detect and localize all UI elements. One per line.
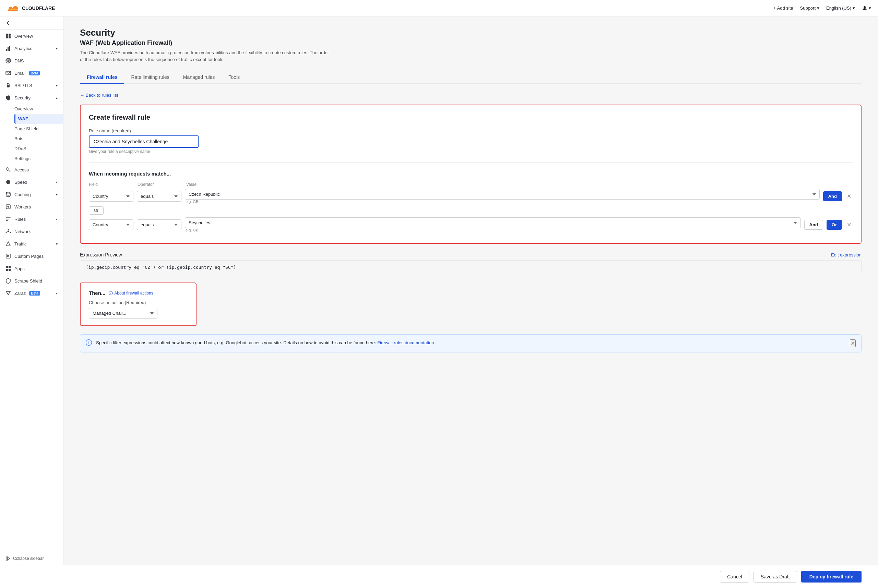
sidebar-back-button[interactable] — [0, 16, 63, 30]
sidebar-item-bots[interactable]: Bots — [14, 134, 63, 144]
language-button[interactable]: English (US) ▾ — [826, 6, 855, 10]
info-banner: i Specific filter expressions could affe… — [80, 334, 861, 352]
sidebar-item-settings[interactable]: Settings — [14, 154, 63, 164]
value-hint-2: e.g. GB — [186, 228, 801, 232]
info-banner-close-button[interactable]: ✕ — [850, 339, 856, 347]
svg-text:i: i — [110, 292, 111, 294]
create-rule-title: Create firewall rule — [89, 114, 852, 122]
sidebar-item-ddos[interactable]: DDoS — [14, 144, 63, 154]
or-connector-button[interactable]: Or — [89, 206, 104, 214]
rule-name-input[interactable] — [89, 135, 198, 148]
user-button[interactable]: ▾ — [862, 6, 871, 11]
sidebar-item-rules[interactable]: Rules ▾ — [0, 213, 63, 225]
info-banner-text: Specific filter expressions could affect… — [96, 339, 437, 346]
sidebar-item-security[interactable]: Security ▴ — [0, 92, 63, 104]
sidebar-item-label: Apps — [14, 266, 25, 271]
action-select[interactable]: Managed Chall... — [89, 308, 158, 318]
back-to-rules-link[interactable]: ← Back to rules list — [80, 93, 118, 98]
sidebar-item-analytics[interactable]: Analytics ▾ — [0, 42, 63, 54]
rule-name-hint: Give your rule a descriptive name — [89, 149, 852, 154]
bar-chart-icon — [6, 46, 11, 51]
sidebar-item-traffic[interactable]: Traffic ▾ — [0, 238, 63, 250]
page-desc: The Cloudflare WAF provides both automat… — [80, 50, 334, 63]
sidebar-item-label: Security — [14, 95, 30, 100]
edit-expression-button[interactable]: Edit expression — [831, 252, 861, 258]
sidebar-item-label: Access — [14, 167, 29, 172]
sidebar-item-zaraz[interactable]: Zaraz Beta ▾ — [0, 287, 63, 299]
action-label: Choose an action (Required) — [89, 300, 188, 305]
sidebar-item-speed[interactable]: Speed ▾ — [0, 176, 63, 188]
svg-rect-23 — [6, 254, 10, 258]
collapse-icon — [6, 556, 10, 561]
svg-rect-8 — [6, 36, 8, 38]
info-icon: i — [109, 291, 113, 295]
sidebar-item-custom-pages[interactable]: Custom Pages — [0, 250, 63, 262]
or-button-2[interactable]: Or — [827, 220, 842, 230]
about-firewall-actions-link[interactable]: i About firewall actions — [109, 291, 153, 296]
sidebar-item-overview[interactable]: Overview — [0, 30, 63, 42]
sidebar-item-label: Custom Pages — [14, 254, 44, 259]
operator-select-2[interactable]: equals — [137, 219, 182, 230]
page-subtitle: WAF (Web Application Firewall) — [80, 39, 861, 46]
expression-preview-header: Expression Preview Edit expression — [80, 252, 861, 258]
sidebar-item-access[interactable]: Access — [0, 164, 63, 176]
svg-point-5 — [864, 6, 866, 8]
svg-rect-15 — [7, 85, 10, 87]
save-draft-button[interactable]: Save as Draft — [753, 571, 797, 582]
support-chevron-icon: ▾ — [817, 6, 819, 10]
sidebar-item-ssl[interactable]: SSL/TLS ▾ — [0, 79, 63, 92]
remove-row-1-button[interactable]: ✕ — [845, 192, 852, 201]
svg-point-4 — [8, 8, 18, 10]
remove-row-2-button[interactable]: ✕ — [845, 220, 852, 230]
value-hint-1: e.g. GB — [186, 200, 820, 204]
collapse-sidebar-button[interactable]: Collapse sidebar — [0, 552, 63, 565]
speed-chevron-icon: ▾ — [56, 180, 58, 184]
value-select-1[interactable]: Czech Republic — [185, 189, 820, 200]
zaraz-icon — [6, 290, 11, 296]
deploy-firewall-rule-button[interactable]: Deploy firewall rule — [801, 571, 861, 582]
sidebar-item-apps[interactable]: Apps — [0, 262, 63, 274]
topnav: CLOUDFLARE + Add site Support ▾ English … — [0, 0, 878, 16]
sidebar-item-email[interactable]: Email Beta — [0, 67, 63, 79]
support-button[interactable]: Support ▾ — [800, 6, 819, 10]
svg-point-19 — [8, 231, 9, 232]
sidebar-item-waf[interactable]: WAF — [14, 114, 63, 124]
sidebar-item-page-shield[interactable]: Page Shield — [14, 124, 63, 134]
cancel-button[interactable]: Cancel — [720, 571, 749, 582]
access-icon — [6, 167, 11, 172]
rules-chevron-icon: ▾ — [56, 218, 58, 221]
logo[interactable]: CLOUDFLARE — [7, 4, 55, 12]
firewall-docs-link[interactable]: Firewall rules documentation — [377, 340, 434, 345]
value-select-2[interactable]: Seychelles — [185, 218, 801, 228]
sidebar-item-label: Overview — [14, 34, 33, 39]
svg-rect-7 — [9, 34, 11, 36]
tab-rate-limiting[interactable]: Rate limiting rules — [124, 71, 176, 84]
divider — [89, 162, 852, 162]
traffic-chevron-icon: ▾ — [56, 242, 58, 246]
custom-icon — [6, 254, 11, 259]
tab-tools[interactable]: Tools — [222, 71, 246, 84]
field-header: Field — [89, 182, 134, 187]
user-chevron-icon: ▾ — [869, 6, 871, 10]
sidebar-item-dns[interactable]: DNS — [0, 54, 63, 67]
or-connector: Or — [89, 206, 852, 214]
sidebar-item-scrape-shield[interactable]: Scrape Shield — [0, 274, 63, 287]
svg-point-16 — [6, 168, 9, 170]
operator-select-1[interactable]: equals — [137, 191, 182, 202]
tab-firewall-rules[interactable]: Firewall rules — [80, 71, 124, 84]
and-button-2[interactable]: And — [804, 220, 823, 230]
expression-preview-label: Expression Preview — [80, 252, 122, 258]
sidebar-item-caching[interactable]: Caching ▾ — [0, 188, 63, 201]
sidebar-item-security-overview[interactable]: Overview — [14, 104, 63, 114]
add-site-button[interactable]: + Add site — [773, 6, 793, 10]
and-button-1[interactable]: And — [823, 191, 842, 201]
field-select-1[interactable]: Country — [89, 191, 134, 202]
tabs: Firewall rules Rate limiting rules Manag… — [80, 71, 861, 84]
sidebar-item-network[interactable]: Network — [0, 225, 63, 238]
caching-chevron-icon: ▾ — [56, 193, 58, 196]
sidebar-item-workers[interactable]: Workers — [0, 201, 63, 213]
tab-managed-rules[interactable]: Managed rules — [176, 71, 222, 84]
svg-rect-9 — [9, 36, 11, 38]
field-select-2[interactable]: Country — [89, 219, 134, 230]
network-icon — [6, 229, 11, 234]
